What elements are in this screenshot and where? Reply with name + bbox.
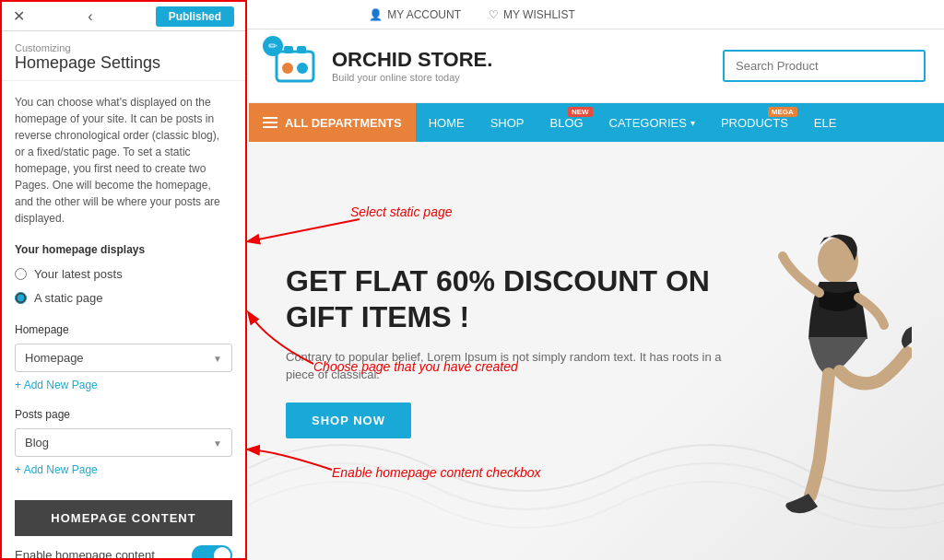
radio-latest-input[interactable] [15, 268, 27, 280]
svg-rect-0 [277, 52, 313, 81]
nav-ele[interactable]: ELE [801, 103, 850, 142]
departments-button[interactable]: ALL DEPARTMENTS [249, 103, 416, 142]
new-badge: NEW [568, 107, 593, 117]
radio-static-page[interactable]: A static page [15, 289, 232, 308]
heart-icon: ♡ [489, 8, 499, 21]
homepage-content-button[interactable]: HOMEPAGE CONTENT [15, 500, 232, 536]
hamburger-icon [263, 117, 277, 128]
add-posts-page-link[interactable]: + Add New Page [15, 461, 98, 478]
radio-latest-posts[interactable]: Your latest posts [15, 265, 232, 284]
radio-group: Your latest posts A static page [15, 265, 232, 307]
enable-label: Enable homepage content [15, 546, 155, 558]
customizer-description: You can choose what's displayed on the h… [15, 94, 232, 227]
chevron-down-icon: ▾ [690, 118, 695, 128]
nav-products[interactable]: PRODUCTS MEGA [708, 103, 801, 142]
customizing-label: Customizing [15, 42, 232, 53]
enable-toggle[interactable] [192, 545, 232, 558]
published-button[interactable]: Published [156, 6, 234, 27]
account-icon: 👤 [369, 8, 383, 21]
homepage-field: Homepage Homepage ▼ + Add New Page [15, 321, 232, 393]
homepage-select[interactable]: Homepage [16, 344, 231, 371]
nav-blog[interactable]: BLOG NEW [537, 103, 596, 142]
my-wishlist-link[interactable]: ♡ MY WISHLIST [489, 8, 575, 21]
add-homepage-link[interactable]: + Add New Page [15, 377, 98, 393]
logo-text: ORCHID STORE. Build your online store to… [332, 48, 492, 85]
svg-point-3 [282, 63, 293, 74]
customizer-topbar: ✕ ‹ Published [2, 2, 245, 31]
svg-rect-1 [284, 46, 293, 53]
customizer-panel: ✕ ‹ Published Customizing Homepage Setti… [0, 0, 247, 560]
search-input[interactable] [723, 50, 926, 82]
logo-icon: ✏ [267, 41, 323, 91]
nav-categories[interactable]: CATEGORIES ▾ [596, 103, 708, 142]
back-button[interactable]: ‹ [88, 8, 92, 25]
nav-home[interactable]: HOME [416, 103, 478, 142]
posts-page-label: Posts page [15, 406, 232, 423]
posts-page-select-wrapper: Blog ▼ [15, 428, 232, 457]
site-header: ✏ ORCHID STORE. Build your online store … [249, 29, 944, 103]
close-button[interactable]: ✕ [13, 7, 25, 25]
homepage-label: Homepage [15, 321, 232, 338]
posts-page-select[interactable]: Blog [16, 429, 231, 456]
hero-title: GET FLAT 60% DISCOUNT ON GIFT ITEMS ! [286, 263, 747, 334]
customizer-header: Customizing Homepage Settings [2, 31, 245, 81]
svg-rect-2 [297, 46, 306, 53]
radio-static-input[interactable] [15, 292, 27, 304]
nav-shop[interactable]: SHOP [478, 103, 537, 142]
enable-toggle-row: Enable homepage content [15, 545, 232, 558]
posts-page-field: Posts page Blog ▼ + Add New Page [15, 406, 232, 478]
homepage-select-wrapper: Homepage ▼ [15, 344, 232, 372]
customizer-body: You can choose what's displayed on the h… [2, 81, 245, 558]
mega-badge: MEGA [768, 107, 797, 117]
edit-icon: ✏ [263, 36, 283, 56]
homepage-displays-label: Your homepage displays [15, 241, 232, 258]
hero-image [732, 210, 916, 560]
nav-links: HOME SHOP BLOG NEW CATEGORIES ▾ PRODUCTS… [416, 103, 944, 142]
logo-area: ✏ ORCHID STORE. Build your online store … [267, 41, 704, 91]
my-account-link[interactable]: 👤 MY ACCOUNT [369, 8, 461, 21]
customizer-title: Homepage Settings [15, 53, 232, 73]
hero-section: GET FLAT 60% DISCOUNT ON GIFT ITEMS ! Co… [249, 142, 944, 560]
nav-bar: ALL DEPARTMENTS HOME SHOP BLOG NEW CATEG… [249, 103, 944, 142]
svg-point-4 [297, 63, 308, 74]
